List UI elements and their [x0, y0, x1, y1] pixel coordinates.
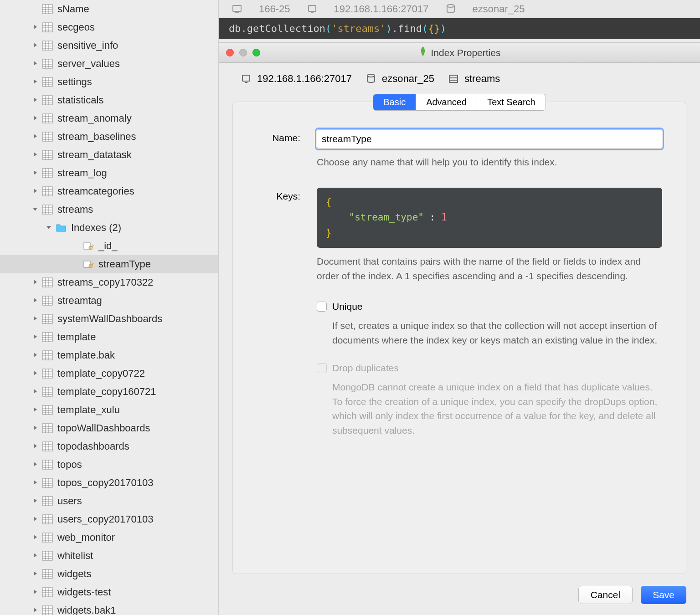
disclosure-triangle-icon[interactable] — [32, 534, 39, 541]
unique-checkbox[interactable] — [317, 302, 327, 312]
disclosure-triangle-icon[interactable] — [32, 333, 39, 341]
tree-label: streamtag — [57, 295, 102, 307]
disclosure-triangle-icon[interactable] — [32, 206, 39, 213]
disclosure-triangle-icon[interactable] — [32, 589, 39, 596]
tree-collection[interactable]: streamtag — [0, 292, 218, 310]
collection-icon — [42, 77, 53, 87]
tree-collection[interactable]: template_copy160721 — [0, 383, 218, 401]
svg-rect-193 — [311, 12, 314, 13]
tree-collection[interactable]: settings — [0, 73, 218, 91]
tab-advanced[interactable]: Advanced — [416, 94, 477, 110]
folder-icon — [56, 222, 67, 233]
tree-label: streams_copy170322 — [57, 277, 153, 288]
disclosure-triangle-icon[interactable] — [32, 461, 39, 468]
disclosure-triangle-icon[interactable] — [32, 406, 39, 414]
svg-point-194 — [447, 5, 454, 7]
tree-collection[interactable]: template — [0, 328, 218, 346]
svg-rect-142 — [42, 478, 52, 487]
tree-collection[interactable]: widgets — [0, 565, 218, 583]
tree-collection[interactable]: topoWallDashboards — [0, 419, 218, 437]
tree-collection[interactable]: template_copy0722 — [0, 364, 218, 383]
collection-icon — [42, 386, 53, 397]
tree-collection[interactable]: statisticals — [0, 91, 218, 109]
disclosure-triangle-icon[interactable] — [32, 279, 39, 286]
tree-index[interactable]: _id_ — [0, 237, 218, 255]
disclosure-triangle-icon[interactable] — [32, 370, 39, 377]
disclosure-triangle-icon[interactable] — [32, 78, 39, 86]
tree-collection[interactable]: stream_anomaly — [0, 109, 218, 128]
tree-collection[interactable]: server_values — [0, 55, 218, 73]
tree-label: streams — [57, 204, 93, 215]
tree-collection[interactable]: sensitive_info — [0, 36, 218, 55]
cancel-button[interactable]: Cancel — [578, 586, 633, 604]
disclosure-triangle-icon[interactable] — [46, 224, 53, 231]
disclosure-triangle-icon[interactable] — [32, 188, 39, 195]
disclosure-triangle-icon[interactable] — [32, 133, 39, 140]
query-bar[interactable]: db.getCollection('streams').find({}) — [219, 18, 700, 39]
disclosure-triangle-icon[interactable] — [32, 315, 39, 323]
tree-collection[interactable]: topodashboards — [0, 437, 218, 456]
disclosure-triangle-icon[interactable] — [32, 42, 39, 49]
disclosure-triangle-icon[interactable] — [32, 24, 39, 31]
disclosure-triangle-icon[interactable] — [73, 242, 80, 250]
tree-collection[interactable]: sName — [0, 0, 218, 18]
window-minimize-icon[interactable] — [239, 49, 247, 56]
tree-collection[interactable]: topos_copy20170103 — [0, 474, 218, 492]
tree-collection[interactable]: users_copy20170103 — [0, 510, 218, 528]
tree-collection[interactable]: template.bak — [0, 346, 218, 364]
disclosure-triangle-icon[interactable] — [32, 352, 39, 359]
tree-label: users — [57, 495, 82, 507]
disclosure-triangle-icon[interactable] — [32, 115, 39, 122]
tree-collection[interactable]: widgets-test — [0, 583, 218, 601]
tree-collection[interactable]: stream_log — [0, 164, 218, 182]
disclosure-triangle-icon[interactable] — [32, 497, 39, 505]
tree-collection[interactable]: users — [0, 492, 218, 510]
name-input[interactable] — [317, 129, 662, 149]
window-zoom-icon[interactable] — [252, 49, 260, 56]
disclosure-triangle-icon[interactable] — [32, 5, 39, 13]
tree-collection[interactable]: secgeos — [0, 18, 218, 36]
tree-collection[interactable]: widgets.bak1 — [0, 601, 218, 615]
collection-icon — [42, 313, 53, 324]
disclosure-triangle-icon[interactable] — [32, 60, 39, 67]
disclosure-triangle-icon[interactable] — [32, 552, 39, 559]
tree-collection[interactable]: streams — [0, 200, 218, 219]
tree-folder[interactable]: Indexes (2) — [0, 219, 218, 237]
disclosure-triangle-icon[interactable] — [32, 297, 39, 304]
window-close-icon[interactable] — [226, 49, 234, 56]
tree-collection[interactable]: systemWallDashboards — [0, 310, 218, 328]
tree-collection[interactable]: streamcategories — [0, 182, 218, 200]
disclosure-triangle-icon[interactable] — [32, 607, 39, 614]
disclosure-triangle-icon[interactable] — [32, 388, 39, 395]
keys-code[interactable]: { "stream_type" : 1 } — [317, 188, 662, 248]
tree-collection[interactable]: topos — [0, 456, 218, 474]
dialog-titlebar: Index Properties — [219, 43, 700, 63]
tree-collection[interactable]: stream_baselines — [0, 128, 218, 146]
disclosure-triangle-icon[interactable] — [32, 479, 39, 487]
disclosure-triangle-icon[interactable] — [32, 151, 39, 159]
tree-collection[interactable]: template_xulu — [0, 401, 218, 419]
save-button[interactable]: Save — [641, 586, 686, 604]
tab-text-search[interactable]: Text Search — [477, 94, 546, 110]
tree-collection[interactable]: whitelist — [0, 547, 218, 565]
collection-icon — [42, 550, 53, 561]
index-icon — [83, 259, 94, 270]
tree-label: server_values — [57, 58, 120, 70]
disclosure-triangle-icon[interactable] — [32, 97, 39, 104]
tree-collection[interactable]: streams_copy170322 — [0, 273, 218, 292]
collection-icon — [42, 204, 53, 215]
svg-rect-94 — [42, 333, 52, 342]
svg-rect-195 — [242, 75, 250, 81]
tree-index[interactable]: streamType — [0, 255, 218, 273]
collection-icon — [42, 368, 53, 379]
disclosure-triangle-icon[interactable] — [32, 570, 39, 578]
disclosure-triangle-icon[interactable] — [32, 516, 39, 523]
disclosure-triangle-icon[interactable] — [32, 443, 39, 450]
disclosure-triangle-icon[interactable] — [32, 425, 39, 432]
tab-basic[interactable]: Basic — [373, 94, 416, 110]
tree-collection[interactable]: stream_datatask — [0, 146, 218, 164]
tree-label: sName — [57, 3, 89, 15]
tree-collection[interactable]: web_monitor — [0, 528, 218, 547]
disclosure-triangle-icon[interactable] — [73, 261, 80, 268]
disclosure-triangle-icon[interactable] — [32, 169, 39, 177]
